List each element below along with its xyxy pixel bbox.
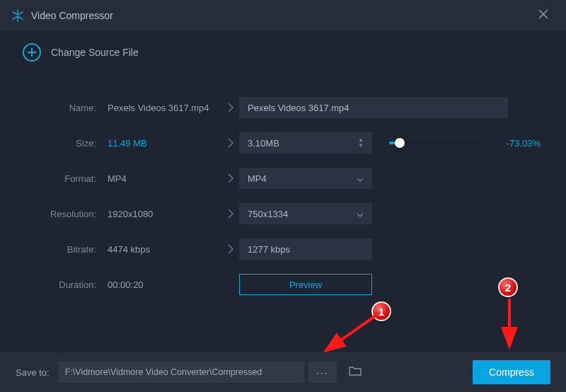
form-area: Name: Pexels Videos 3617.mp4 Size: 11.49… bbox=[0, 74, 566, 313]
label-resolution: Resolution: bbox=[25, 209, 108, 219]
open-folder-button[interactable] bbox=[344, 362, 366, 383]
spinner-icon: ▲▼ bbox=[358, 137, 364, 149]
preview-button[interactable]: Preview bbox=[239, 274, 372, 295]
preview-button-label: Preview bbox=[289, 279, 322, 290]
bottom-bar: Save to: F:\Vidmore\Vidmore Video Conver… bbox=[0, 352, 566, 392]
annotation-marker-2: 2 bbox=[498, 277, 518, 297]
chevron-right-icon bbox=[222, 173, 239, 183]
label-name: Name: bbox=[25, 103, 108, 113]
slider-thumb[interactable] bbox=[395, 138, 405, 148]
label-duration: Duration: bbox=[25, 279, 108, 290]
close-icon bbox=[538, 9, 548, 22]
source-bitrate: 4474 kbps bbox=[108, 244, 222, 255]
target-size-stepper[interactable]: 3.10MB ▲▼ bbox=[239, 132, 372, 154]
change-source-label: Change Source File bbox=[51, 47, 139, 58]
row-duration: Duration: 00:00:20 Preview bbox=[25, 270, 541, 299]
source-format: MP4 bbox=[108, 173, 222, 184]
format-select[interactable]: MP4 bbox=[239, 168, 372, 189]
size-slider[interactable] bbox=[389, 142, 480, 144]
format-value: MP4 bbox=[248, 173, 267, 184]
change-source-row[interactable]: Change Source File bbox=[0, 31, 566, 74]
compressor-icon bbox=[11, 9, 24, 22]
save-path-box[interactable]: F:\Vidmore\Vidmore Video Converter\Compr… bbox=[58, 362, 304, 383]
chevron-down-icon bbox=[357, 209, 364, 219]
add-icon bbox=[23, 43, 41, 62]
label-bitrate: Bitrate: bbox=[25, 244, 108, 255]
target-size-value: 3.10MB bbox=[248, 138, 279, 149]
source-duration: 00:00:20 bbox=[108, 279, 222, 290]
source-name: Pexels Videos 3617.mp4 bbox=[108, 103, 222, 113]
chevron-right-icon bbox=[222, 244, 239, 254]
close-button[interactable] bbox=[532, 4, 555, 27]
chevron-right-icon bbox=[222, 138, 239, 148]
row-bitrate: Bitrate: 4474 kbps 1277 kbps bbox=[25, 235, 541, 263]
save-to-label: Save to: bbox=[16, 367, 50, 378]
bitrate-value: 1277 kbps bbox=[248, 244, 290, 255]
row-format: Format: MP4 MP4 bbox=[25, 164, 541, 192]
chevron-right-icon bbox=[222, 103, 239, 113]
resolution-select[interactable]: 750x1334 bbox=[239, 203, 372, 224]
window-title: Video Compressor bbox=[31, 10, 113, 21]
filename-input-text[interactable] bbox=[248, 103, 499, 113]
compress-button-label: Compress bbox=[489, 367, 534, 378]
save-path-value: F:\Vidmore\Vidmore Video Converter\Compr… bbox=[65, 367, 262, 377]
more-icon: ··· bbox=[316, 367, 328, 378]
browse-more-button[interactable]: ··· bbox=[308, 362, 337, 383]
row-resolution: Resolution: 1920x1080 750x1334 bbox=[25, 200, 541, 228]
source-resolution: 1920x1080 bbox=[108, 209, 222, 219]
source-size: 11.49 MB bbox=[108, 138, 222, 149]
row-name: Name: Pexels Videos 3617.mp4 bbox=[25, 93, 541, 122]
compress-button[interactable]: Compress bbox=[473, 360, 550, 384]
size-slider-area: -73.03% bbox=[372, 138, 541, 149]
folder-icon bbox=[349, 366, 362, 379]
chevron-down-icon bbox=[357, 173, 364, 184]
titlebar: Video Compressor bbox=[0, 0, 566, 31]
bitrate-display: 1277 kbps bbox=[239, 238, 372, 260]
label-size: Size: bbox=[25, 138, 108, 149]
row-size: Size: 11.49 MB 3.10MB ▲▼ -73.03% bbox=[25, 129, 541, 157]
filename-input[interactable] bbox=[239, 97, 508, 118]
reduction-percent: -73.03% bbox=[490, 138, 541, 149]
label-format: Format: bbox=[25, 173, 108, 184]
resolution-value: 750x1334 bbox=[248, 209, 288, 219]
annotation-marker-1: 1 bbox=[371, 301, 391, 321]
chevron-right-icon bbox=[222, 209, 239, 219]
